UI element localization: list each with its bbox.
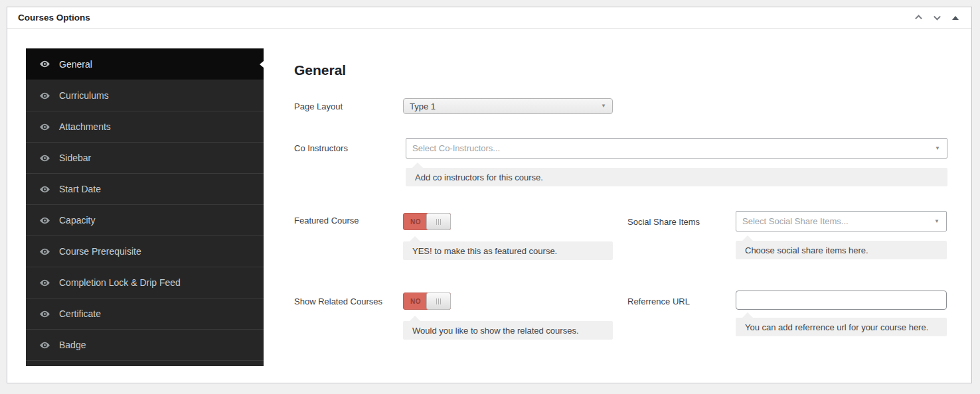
section-heading: General bbox=[294, 62, 346, 78]
dropdown-caret-icon: ▼ bbox=[601, 103, 606, 109]
reference-url-help: You can add referrence url for your cour… bbox=[736, 318, 947, 336]
dropdown-caret-icon: ▼ bbox=[935, 146, 940, 151]
show-related-courses-label: Show Related Courses bbox=[294, 296, 382, 306]
grip-icon bbox=[438, 219, 439, 225]
grip-icon bbox=[438, 298, 439, 304]
dropdown-caret-icon: ▼ bbox=[934, 219, 939, 224]
grip-icon bbox=[436, 219, 437, 225]
tab-content-general: General Page Layout Type 1 ▼ Co Instruct… bbox=[7, 7, 971, 383]
toggle-off-label: NO bbox=[404, 214, 428, 230]
co-instructors-label: Co Instructors bbox=[294, 143, 348, 153]
show-related-courses-toggle[interactable]: NO bbox=[403, 293, 451, 310]
courses-options-metabox: Courses Options General Curri bbox=[7, 7, 972, 383]
featured-course-toggle[interactable]: NO bbox=[403, 213, 451, 230]
co-instructors-help: Add co instructors for this course. bbox=[406, 168, 947, 186]
social-share-items-help: Choose social share items here. bbox=[736, 241, 947, 259]
grip-icon bbox=[436, 298, 437, 304]
featured-course-help: YES! to make this as featured course. bbox=[403, 241, 613, 260]
reference-url-label: Referrence URL bbox=[627, 296, 690, 306]
page-layout-select[interactable]: Type 1 ▼ bbox=[403, 98, 613, 114]
toggle-handle[interactable] bbox=[426, 293, 451, 310]
social-share-items-input[interactable] bbox=[736, 212, 946, 231]
toggle-off-label: NO bbox=[404, 293, 428, 309]
show-related-courses-help: Would you like to show the related cours… bbox=[403, 321, 613, 340]
page-layout-label: Page Layout bbox=[294, 101, 343, 111]
social-share-items-select[interactable]: ▼ bbox=[736, 211, 947, 231]
social-share-items-label: Social Share Items bbox=[627, 217, 700, 227]
featured-course-label: Featured Course bbox=[294, 216, 359, 226]
grip-icon bbox=[440, 219, 441, 225]
co-instructors-input[interactable] bbox=[406, 139, 947, 158]
reference-url-input[interactable] bbox=[736, 291, 947, 310]
page-layout-selected-value: Type 1 bbox=[410, 101, 436, 111]
grip-icon bbox=[440, 298, 441, 304]
toggle-handle[interactable] bbox=[426, 213, 451, 230]
co-instructors-select[interactable]: ▼ bbox=[406, 138, 947, 159]
